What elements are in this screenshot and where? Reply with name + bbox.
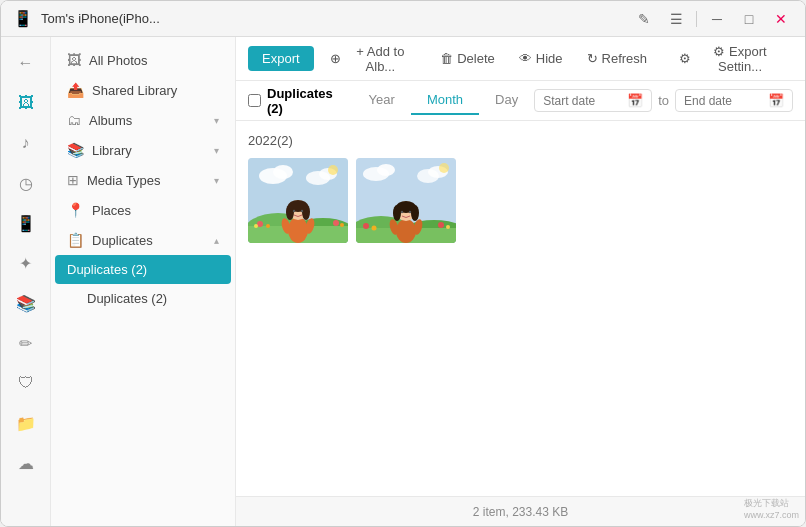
sidebar-item-media-types[interactable]: ⊞ Media Types ▾: [55, 165, 231, 195]
svg-point-41: [401, 211, 403, 213]
svg-point-17: [286, 204, 294, 220]
export-settings-label: ⚙ Export Settin...: [695, 44, 785, 74]
svg-point-18: [302, 204, 310, 220]
svg-point-25: [377, 164, 395, 176]
export-settings-button[interactable]: ⚙ ⚙ Export Settin...: [671, 39, 793, 79]
brush-nav-icon[interactable]: ✏: [8, 325, 44, 361]
refresh-button[interactable]: ↻ Refresh: [579, 46, 656, 71]
sidebar-label-media-types: Media Types: [87, 173, 160, 188]
photo-thumb-1[interactable]: [248, 158, 348, 243]
star-nav-icon[interactable]: ✦: [8, 245, 44, 281]
calendar-end-icon[interactable]: 📅: [768, 93, 784, 108]
sidebar-label-all-photos: All Photos: [89, 53, 148, 68]
toolbar: Export ⊕ + Add to Alb... 🗑 Delete 👁 Hide…: [236, 37, 805, 81]
sidebar-sub-label-duplicates-2: Duplicates (2): [67, 262, 147, 277]
duplicates-checkbox-wrap: Duplicates (2): [248, 86, 337, 116]
content-area: Export ⊕ + Add to Alb... 🗑 Delete 👁 Hide…: [236, 37, 805, 526]
titlebar: 📱 Tom's iPhone(iPho... ✎ ☰ ─ □ ✕: [1, 1, 805, 37]
phone-icon: 📱: [13, 9, 33, 28]
svg-point-5: [328, 165, 338, 175]
folder-nav-icon[interactable]: 📁: [8, 405, 44, 441]
svg-point-28: [439, 163, 449, 173]
svg-point-19: [293, 210, 295, 212]
year-label: 2022(2): [248, 133, 793, 148]
all-photos-icon: 🖼: [67, 52, 81, 68]
start-date-input[interactable]: [543, 94, 623, 108]
settings-icon: ⚙: [679, 51, 691, 66]
sidebar-item-library[interactable]: 📚 Library ▾: [55, 135, 231, 165]
end-date-input[interactable]: [684, 94, 764, 108]
sidebar-label-shared-library: Shared Library: [92, 83, 177, 98]
sidebar-item-duplicates-2b[interactable]: Duplicates (2): [55, 284, 231, 313]
clock-nav-icon[interactable]: ◷: [8, 165, 44, 201]
svg-point-32: [363, 223, 369, 229]
end-date-wrap: 📅: [675, 89, 793, 112]
albums-icon: 🗂: [67, 112, 81, 128]
status-text: 2 item, 233.43 KB: [473, 505, 568, 519]
device-nav-icon[interactable]: 📱: [8, 205, 44, 241]
svg-point-10: [266, 224, 270, 228]
duplicates-checkbox[interactable]: [248, 94, 261, 107]
media-types-icon: ⊞: [67, 172, 79, 188]
day-tab[interactable]: Day: [479, 86, 534, 115]
duplicates-icon: 📋: [67, 232, 84, 248]
delete-icon: 🗑: [440, 51, 453, 66]
hide-label: Hide: [536, 51, 563, 66]
window-title: Tom's iPhone(iPho...: [41, 11, 160, 26]
statusbar: 2 item, 233.43 KB: [236, 496, 805, 526]
minimize-button[interactable]: ─: [705, 7, 729, 31]
shield-nav-icon[interactable]: 🛡: [8, 365, 44, 401]
svg-point-12: [333, 220, 339, 226]
cloud-nav-icon[interactable]: ☁: [8, 445, 44, 481]
photo-grid: [248, 158, 793, 243]
library-chevron-icon: ▾: [214, 145, 219, 156]
svg-point-13: [340, 223, 344, 227]
watermark: 极光下载站www.xz7.com: [744, 497, 799, 520]
svg-point-11: [254, 224, 258, 228]
sidebar-item-places[interactable]: 📍 Places: [55, 195, 231, 225]
sidebar-item-albums[interactable]: 🗂 Albums ▾: [55, 105, 231, 135]
back-nav-icon[interactable]: ←: [8, 45, 44, 81]
month-tab[interactable]: Month: [411, 86, 479, 115]
refresh-label: Refresh: [602, 51, 648, 66]
sidebar-item-all-photos[interactable]: 🖼 All Photos: [55, 45, 231, 75]
svg-point-42: [409, 211, 411, 213]
shared-library-icon: 📤: [67, 82, 84, 98]
books-nav-icon[interactable]: 📚: [8, 285, 44, 321]
duplicates-filter-label: Duplicates (2): [267, 86, 337, 116]
menu-button[interactable]: ☰: [664, 7, 688, 31]
edit-button[interactable]: ✎: [632, 7, 656, 31]
maximize-button[interactable]: □: [737, 7, 761, 31]
places-icon: 📍: [67, 202, 84, 218]
hide-button[interactable]: 👁 Hide: [511, 46, 571, 71]
icon-bar: ← 🖼 ♪ ◷ 📱 ✦ 📚 ✏ 🛡 📁 ☁: [1, 37, 51, 526]
sidebar-sub-label-duplicates-2b: Duplicates (2): [87, 291, 167, 306]
export-button[interactable]: Export: [248, 46, 314, 71]
photos-nav-icon[interactable]: 🖼: [8, 85, 44, 121]
add-to-album-button[interactable]: ⊕ + Add to Alb...: [322, 39, 425, 79]
photo-thumb-2[interactable]: [356, 158, 456, 243]
start-date-wrap: 📅: [534, 89, 652, 112]
sidebar-label-albums: Albums: [89, 113, 132, 128]
svg-point-39: [393, 205, 401, 221]
delete-button[interactable]: 🗑 Delete: [432, 46, 503, 71]
date-filter: 📅 to 📅: [534, 89, 793, 112]
titlebar-separator: [696, 11, 697, 27]
year-tab[interactable]: Year: [353, 86, 411, 115]
calendar-start-icon[interactable]: 📅: [627, 93, 643, 108]
delete-label: Delete: [457, 51, 495, 66]
svg-point-40: [411, 205, 419, 221]
sidebar-label-duplicates: Duplicates: [92, 233, 153, 248]
sidebar-item-shared-library[interactable]: 📤 Shared Library: [55, 75, 231, 105]
sidebar-item-duplicates[interactable]: 📋 Duplicates ▴: [55, 225, 231, 255]
music-nav-icon[interactable]: ♪: [8, 125, 44, 161]
to-label: to: [658, 93, 669, 108]
svg-point-36: [396, 219, 416, 243]
svg-point-35: [446, 225, 450, 229]
close-button[interactable]: ✕: [769, 7, 793, 31]
sidebar-item-duplicates-active[interactable]: Duplicates (2): [55, 255, 231, 284]
svg-point-33: [372, 226, 377, 231]
svg-point-14: [288, 217, 308, 243]
refresh-icon: ↻: [587, 51, 598, 66]
albums-chevron-icon: ▾: [214, 115, 219, 126]
